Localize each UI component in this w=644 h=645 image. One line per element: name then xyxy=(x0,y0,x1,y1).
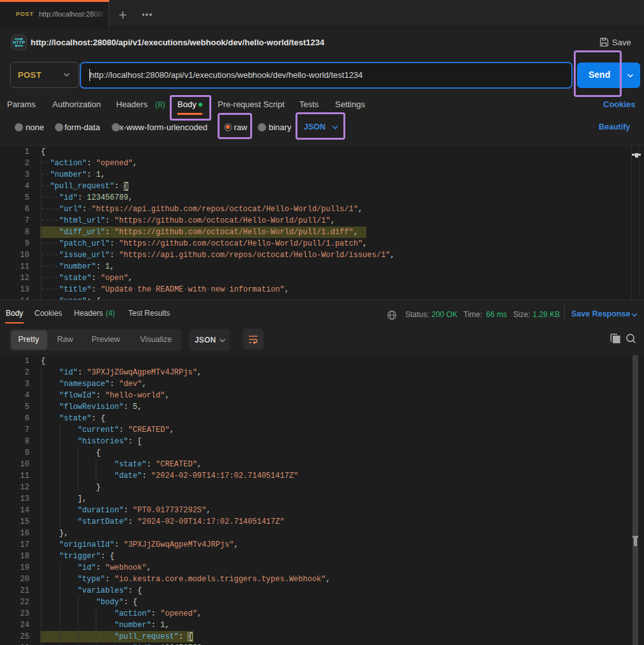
svg-text:HTTP: HTTP xyxy=(13,40,25,45)
